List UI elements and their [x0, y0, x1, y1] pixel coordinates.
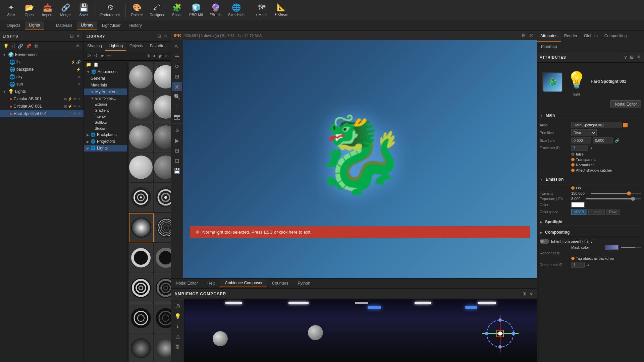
lib-thumb-dark-2[interactable]: [154, 334, 171, 362]
lib-tree-environments[interactable]: ▼ Environme...: [84, 95, 127, 101]
render-set-id-input[interactable]: [571, 262, 585, 268]
lib-tree-my-ambiences[interactable]: ▼ My Ambien...: [84, 88, 127, 95]
library-expand-icon[interactable]: ⊞: [157, 33, 162, 39]
toolbar-merge[interactable]: 🔗 Merge: [57, 2, 74, 18]
right-panel-expand-icon[interactable]: ⊞: [629, 54, 635, 60]
lib-grid-icon[interactable]: ⊞: [146, 53, 151, 59]
right-tab-tonemap[interactable]: Tonemap: [537, 42, 560, 52]
right-tab-compositing[interactable]: Compositing: [601, 31, 630, 42]
right-tab-globals[interactable]: Globals: [581, 31, 601, 42]
viewport-container[interactable]: ✕ Normalight tool selected. Press ESC or…: [183, 40, 537, 278]
spotlight-section-header[interactable]: ▶ Spotlight: [540, 218, 641, 226]
lights-expand-icon[interactable]: ⊞: [69, 33, 74, 39]
lib-thumb-2[interactable]: [154, 62, 171, 92]
ambience-tool-1[interactable]: ◎: [175, 302, 181, 310]
lights-close-icon[interactable]: ✕: [76, 33, 81, 39]
lights-delete-icon[interactable]: 🗑: [33, 43, 39, 49]
inherit-toggle[interactable]: [540, 239, 549, 244]
lib-thumb-spot-3[interactable]: [129, 213, 154, 242]
lib-tree-exterior[interactable]: Exterior: [84, 101, 127, 107]
vp-tool-rotate[interactable]: ↺: [172, 62, 182, 71]
right-panel-help-icon[interactable]: ?: [624, 54, 628, 60]
intensity-slider[interactable]: [591, 193, 641, 194]
emission-section-header[interactable]: ▼ Emission: [540, 176, 641, 183]
normalized-dot[interactable]: [571, 163, 575, 167]
spotlight-collapse-icon[interactable]: ▶: [540, 220, 542, 224]
tab-library[interactable]: Library: [77, 21, 97, 29]
tab-lightmixer[interactable]: LightMixer: [98, 22, 124, 29]
lib-tree-materials[interactable]: Materials: [84, 82, 127, 88]
lib-circle2-icon[interactable]: ◉: [158, 53, 163, 59]
lib-thumb-donut-2[interactable]: [154, 273, 171, 303]
tag-backdrop-dot[interactable]: [571, 257, 575, 260]
lib-tree-softbox[interactable]: Softbox: [84, 119, 127, 125]
lib-settings-icon[interactable]: ⚙: [87, 53, 92, 59]
alias-input[interactable]: [571, 122, 622, 128]
toolbar-sbsar[interactable]: 🧩 Sbsar: [168, 2, 185, 18]
colorspace-raw-btn[interactable]: Raw: [606, 209, 620, 215]
size-link-icon[interactable]: 🔗: [614, 138, 620, 143]
toolbar-preferences[interactable]: ⚙ Preferences: [98, 2, 123, 18]
tree-environment-group[interactable]: ▼ 🌍 Environment: [0, 51, 84, 58]
lib-tree-ambiences[interactable]: ▼ 🌐 Ambiences: [84, 68, 127, 75]
compositing-section-header[interactable]: ▶ Compositing: [540, 229, 641, 236]
exposure-slider[interactable]: [586, 198, 641, 199]
toolbar-save[interactable]: 💾 Save: [75, 2, 92, 18]
lights-expand-icon2[interactable]: ▼: [3, 90, 7, 94]
emission-collapse-icon[interactable]: ▼: [540, 178, 543, 181]
intensity-handle[interactable]: [627, 191, 631, 195]
lib-thumb-round-1[interactable]: [129, 303, 153, 333]
tree-backplate[interactable]: 🌐 backplate ⚡: [0, 66, 84, 73]
lights-target-icon[interactable]: ◎: [11, 43, 16, 49]
alias-color-picker[interactable]: [623, 123, 628, 127]
vp-tool-home[interactable]: ⌂: [172, 102, 182, 111]
lib-thumb-ring-2[interactable]: [154, 243, 171, 273]
library-close-icon[interactable]: ✕: [163, 33, 168, 39]
toolbar-open[interactable]: 📂 Open: [21, 2, 38, 18]
ambience-tool-4[interactable]: ⚠: [175, 333, 181, 341]
colorspace-linear-btn[interactable]: Linear: [588, 209, 605, 215]
right-tab-attributes[interactable]: Attributes: [537, 31, 561, 42]
lib-thumb-round-2[interactable]: [154, 303, 171, 333]
bottom-tab-ambience[interactable]: Ambience Composer: [220, 279, 267, 287]
tree-circular-ac[interactable]: ● Circular AC 001 ⊞ ⚡ 👁 ☀: [0, 103, 84, 110]
tree-sky[interactable]: 🌐 sky ✕: [0, 73, 84, 80]
lib-refresh-icon[interactable]: ↺: [93, 53, 98, 59]
lib-thumb-donut-1[interactable]: [129, 273, 153, 303]
bottom-tab-nodal[interactable]: Nodal Editor: [171, 280, 203, 287]
lights-eye-icon[interactable]: 👁: [75, 43, 81, 49]
lib-thumb-spot-4[interactable]: [154, 213, 171, 242]
shadow-dot[interactable]: [571, 169, 575, 172]
hide-cam-dot[interactable]: [571, 153, 575, 156]
ambience-viewport[interactable]: [184, 299, 537, 362]
lib-tree-studio[interactable]: Studio: [84, 125, 127, 131]
toolbar-designer[interactable]: 🖊 Designer: [147, 2, 167, 18]
size-x-input[interactable]: [571, 137, 591, 143]
compositing-collapse-icon[interactable]: ▶: [540, 231, 542, 234]
bottom-tab-help[interactable]: Help: [203, 280, 220, 287]
ambience-expand-icon[interactable]: ⊞: [522, 291, 527, 297]
lib-thumb-8[interactable]: [154, 153, 171, 182]
tab-materials[interactable]: Materials: [52, 22, 76, 29]
lib-thumb-7[interactable]: [129, 153, 153, 182]
lib-thumb-spot-1[interactable]: [129, 183, 153, 212]
trace-set-input[interactable]: [571, 145, 588, 151]
tab-history[interactable]: History: [125, 22, 146, 29]
lib-tab-objects[interactable]: Objects: [126, 42, 147, 51]
vp-tool-save-render[interactable]: 💾: [172, 166, 182, 175]
lib-thumb-dark-1[interactable]: [129, 334, 153, 362]
mask-slider[interactable]: [621, 247, 641, 248]
trace-set-up-icon[interactable]: ▲: [589, 145, 594, 150]
lib-tree-lights[interactable]: ▶ 🌐 Lights: [84, 145, 127, 152]
main-collapse-icon[interactable]: ▼: [540, 114, 543, 117]
ipr-maximize-icon[interactable]: ⊞: [521, 32, 526, 39]
vp-tool-camera[interactable]: 📷: [172, 112, 182, 121]
environment-expand-icon[interactable]: ▼: [3, 53, 7, 57]
size-y-input[interactable]: [593, 137, 613, 143]
ambience-tool-5[interactable]: 🗑: [174, 343, 181, 351]
emission-on-dot[interactable]: [571, 186, 575, 190]
render-set-id-up-icon[interactable]: ▲: [586, 262, 591, 267]
lib-tree-interior[interactable]: Interior: [84, 113, 127, 119]
lib-thumb-4[interactable]: [154, 92, 171, 122]
normalight-banner[interactable]: ✕ Normalight tool selected. Press ESC or…: [190, 226, 530, 238]
